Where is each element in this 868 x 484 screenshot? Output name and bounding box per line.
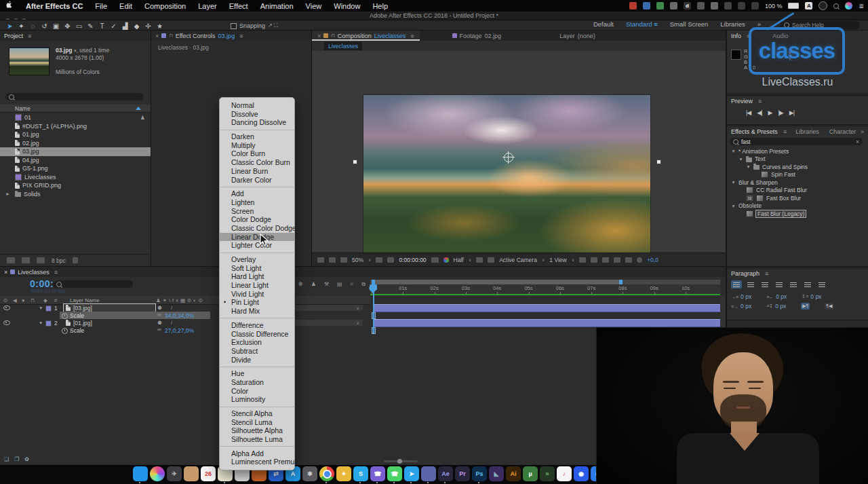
project-search-box[interactable] (5, 93, 144, 100)
align-button-6[interactable] (816, 280, 827, 288)
scale-value[interactable]: 27,0,27,0% (165, 327, 194, 334)
dock-viber-icon[interactable]: ☎ (370, 466, 385, 481)
property-name[interactable]: Scale (70, 327, 84, 334)
twirl-icon[interactable]: ► (5, 191, 10, 196)
go-to-start-button[interactable]: |◀ (746, 109, 751, 116)
comp-flow-icon[interactable] (625, 257, 632, 263)
tab-character[interactable]: Character (829, 128, 856, 135)
property-row-scale-1[interactable]: Scale ∞ 34,0,34,0% (0, 312, 370, 319)
next-frame-button[interactable]: |▶ (778, 109, 783, 116)
workspace-default[interactable]: Default (593, 20, 614, 28)
new-folder-icon[interactable] (22, 257, 30, 263)
project-bit-depth[interactable]: 8 bpc (52, 257, 66, 264)
blend-mode-dissolve[interactable]: Dissolve (220, 110, 294, 119)
snapshot-camera-icon[interactable] (431, 257, 439, 263)
layer-row-1[interactable]: ▼ 1 [03.jpg] ⚉ / None∨ (0, 304, 370, 312)
docker-icon[interactable]: d (684, 2, 691, 10)
project-item-solids[interactable]: ►Solids (0, 190, 151, 199)
play-button[interactable]: ▶ (768, 109, 772, 116)
apple-menu-icon[interactable] (0, 1, 20, 11)
draft-switch[interactable]: / (171, 320, 172, 326)
pan-behind-tool-icon[interactable]: ✥ (62, 22, 73, 30)
blend-mode-linear-light[interactable]: Linear Light (220, 281, 294, 290)
audio-column-icon[interactable]: ◀ (13, 297, 17, 303)
blend-mode-classic-color-burn[interactable]: Classic Color Burn (220, 158, 294, 167)
tab-effects-presets[interactable]: Effects & Presets (731, 128, 778, 135)
dual-monitor-icon[interactable] (340, 257, 347, 263)
dock-preferences-icon[interactable]: ✱ (302, 466, 317, 481)
blend-mode-dancing-dissolve[interactable]: Dancing Dissolve (220, 118, 294, 127)
effects-tree-item--animation-presets[interactable]: ▼* Animation Presets (727, 147, 868, 155)
layer-bar-2[interactable] (374, 319, 720, 327)
dock-finder-icon[interactable] (133, 466, 148, 481)
twirl-icon[interactable]: ▼ (731, 180, 736, 185)
dock-after-effects-icon[interactable]: Ae (438, 466, 453, 481)
breadcrumb[interactable]: Liveclasses (324, 42, 362, 50)
bluetooth-icon[interactable] (643, 2, 650, 10)
text-direction-ltr-button[interactable]: ▶¶ (801, 303, 810, 310)
more-tabs-icon[interactable]: » (861, 128, 864, 135)
roto-brush-tool-icon[interactable]: ✢ (142, 22, 154, 30)
blend-mode-linear-dodge[interactable]: Linear Dodge (220, 233, 294, 242)
blend-mode-darken[interactable]: Darken (220, 132, 294, 141)
blend-mode-stencil-alpha[interactable]: Stencil Alpha (220, 409, 294, 418)
blend-mode-normal[interactable]: Normal (220, 101, 294, 110)
clear-search-icon[interactable]: × (856, 138, 859, 145)
layer-bar-1[interactable] (374, 304, 720, 312)
workspace-standard[interactable]: Standard ≡ (626, 20, 658, 28)
viewer-timecode[interactable]: 0:00:00:00 (399, 257, 426, 263)
new-composition-icon[interactable] (37, 257, 45, 263)
layer-handle-right[interactable] (656, 160, 661, 164)
twirl-icon[interactable]: ▼ (731, 149, 736, 153)
lock-icon[interactable]: ⊓ (169, 33, 172, 39)
display-icon[interactable] (670, 2, 677, 10)
clone-stamp-tool-icon[interactable]: ▟ (119, 22, 131, 30)
panel-menu-icon[interactable]: ≡ (758, 98, 762, 105)
go-to-end-button[interactable]: ▶| (789, 109, 794, 116)
space-before-field[interactable]: ↥≡0 px (802, 293, 821, 300)
composition-canvas[interactable] (312, 51, 726, 253)
dock-whatsapp-icon[interactable]: ☎ (387, 466, 402, 481)
close-panel-icon[interactable]: × (4, 269, 7, 276)
menu-file[interactable]: File (89, 2, 113, 10)
align-button-3[interactable] (774, 280, 785, 288)
menu-layer[interactable]: Layer (192, 2, 223, 10)
camera-dropdown[interactable]: Active Camera (499, 257, 537, 263)
close-panel-icon[interactable]: × (155, 33, 159, 39)
align-button-2[interactable] (760, 280, 770, 288)
type-tool-icon[interactable]: T (96, 22, 108, 30)
project-item-pix-grid-png[interactable]: PIX GRID.png (0, 181, 151, 190)
label-column-icon[interactable]: ◆ (43, 297, 47, 303)
view-layout-dropdown[interactable]: 1 View (549, 257, 566, 263)
effects-tree-item-spin-fast[interactable]: Spin Fast (727, 171, 868, 179)
work-area-bar[interactable] (370, 280, 720, 284)
blend-mode-subtract[interactable]: Subtract (220, 347, 294, 356)
panel-menu-icon[interactable]: ≡ (28, 33, 31, 39)
panel-menu-icon[interactable]: ≡ (54, 269, 58, 276)
project-name-column-header[interactable]: Name (0, 105, 151, 113)
blend-mode-overlay[interactable]: Overlay (220, 255, 294, 264)
eye-icon[interactable] (3, 305, 10, 310)
blend-mode-multiply[interactable]: Multiply (220, 141, 294, 150)
blend-mode-screen[interactable]: Screen (220, 207, 294, 216)
mask-toggle-icon[interactable] (488, 257, 494, 263)
number-column[interactable]: # (54, 297, 57, 303)
lock-column-icon[interactable]: ⊓ (31, 297, 35, 303)
blend-mode-add[interactable]: Add (220, 189, 294, 198)
playhead-handle[interactable] (370, 284, 377, 290)
twirl-icon[interactable]: ▼ (731, 204, 736, 208)
fast-previews-icon[interactable] (602, 257, 609, 263)
prev-frame-button[interactable]: ◀| (757, 109, 762, 116)
project-item-01-jpg[interactable]: 01.jpg (0, 130, 151, 139)
timeline-button-icon[interactable] (614, 257, 620, 263)
delete-icon[interactable] (73, 257, 78, 263)
chrome-icon[interactable] (656, 2, 664, 10)
work-area-start-handle[interactable] (372, 280, 375, 284)
orbit-camera-tool-icon[interactable]: ↺ (39, 22, 50, 30)
blend-mode-divide[interactable]: Divide (220, 356, 294, 365)
align-button-1[interactable] (745, 280, 756, 288)
timeline-search-box[interactable] (53, 280, 133, 288)
align-button-0[interactable] (731, 280, 742, 288)
menu-window[interactable]: Window (328, 2, 366, 10)
pixel-aspect-icon[interactable] (591, 257, 597, 263)
